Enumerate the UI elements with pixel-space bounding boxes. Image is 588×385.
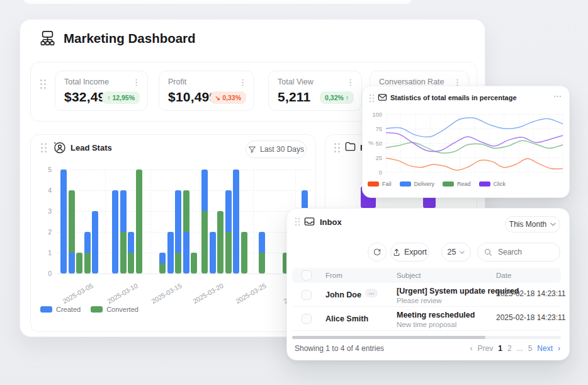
legend-label: Click [494,181,506,187]
last-30-days-filter-button[interactable]: Last 30 Days [246,141,307,158]
gridline [253,170,254,273]
row-menu-button[interactable]: ... [365,289,378,297]
card-menu-icon[interactable]: ⋯ [553,91,562,101]
x-axis-line [57,273,311,274]
table-row[interactable]: Alice Smith Meeting rescheduled New time… [287,307,570,331]
filter-funnel-icon [248,146,256,154]
gridline [200,170,200,273]
bar-segment-converted [120,232,127,273]
email-stats-title: Statistics of total emails in percentage [390,94,517,101]
inbox-icon [303,215,315,227]
row-date: 2025-02-18 14:23:11 [496,289,566,298]
table-row[interactable]: John Doe ... [Urgent] System update requ… [287,283,570,307]
page-size-value: 25 [448,248,456,256]
kebab-menu-icon[interactable]: ⋮ [239,78,247,86]
bar-segment-converted [69,190,75,253]
scrollbar-thumb[interactable] [292,336,485,339]
line-delivery [386,118,563,137]
bar-segment-created [225,190,232,232]
stat-trend-badge: ↘ 0,33% [210,91,247,104]
period-dropdown[interactable]: This Month [505,216,560,233]
drag-handle-icon[interactable] [334,142,341,153]
bar-segment-converted [191,253,197,273]
email-y-axis-label: % [368,139,373,146]
legend-label: Read [457,181,471,187]
legend-label: Created [56,306,81,313]
y-tick-label: 0 [39,270,52,277]
y-tick-label: 100 [367,111,382,118]
x-tick-label: 2025-03-25 [234,282,268,305]
y-tick-label: 3 [39,207,52,215]
legend-chip-created [40,306,52,313]
y-tick-label: 1 [39,249,52,256]
legend-item-created: Created [40,306,81,313]
page-size-dropdown[interactable]: 25 [441,243,471,261]
stat-label: Profit [168,78,186,86]
bar-segment-converted [136,170,142,273]
x-tick-label: 2025-03-20 [191,282,225,305]
entries-summary: Showing 1 to 4 of 4 entries [295,344,384,353]
drag-handle-icon[interactable] [369,94,375,103]
search-box[interactable] [477,243,560,261]
inbox-card: Inbox This Month Export [286,208,570,360]
bar-segment-converted [128,253,134,273]
pagination-item[interactable]: Next [537,344,553,353]
legend-chip [479,181,490,187]
bar-segment-created [128,232,134,253]
lead-stats-title: Lead Stats [71,143,112,152]
bar-segment-converted [225,232,232,273]
bar-segment-converted [259,253,265,273]
legend-item-click: Click [479,181,506,187]
page-title: Marketing Dashboard [64,31,196,46]
column-header-date: Date [496,272,511,279]
stat-label: Conversation Rate [379,78,444,86]
stat-card-profit: Profit ⋮ $10,499 ↘ 0,33% [159,71,254,111]
pagination-item[interactable]: 1 [498,344,502,353]
legend-item-delivery: Delivery [400,181,435,187]
row-checkbox[interactable] [302,290,312,300]
select-all-checkbox[interactable] [302,270,312,280]
drag-handle-icon[interactable] [40,142,47,153]
kebab-menu-icon[interactable]: ⋮ [346,78,354,86]
legend-label: Converted [106,306,139,313]
refresh-button[interactable] [368,243,387,261]
legend-item-fail: Fail [368,181,392,187]
lead-user-icon [53,141,66,154]
legend-chip-converted [91,306,103,313]
stat-trend-badge: 0,32% ↑ [320,91,354,104]
marketing-dashboard-screen: Marketing Dashboard Total Income ⋮ $32,4… [0,0,588,385]
bar-segment-converted [159,263,166,274]
pagination-item[interactable]: 2 [507,344,512,353]
export-button[interactable]: Export [390,243,429,261]
pagination-item[interactable]: 5 [528,344,533,353]
drag-handle-icon[interactable] [40,79,47,89]
gridline [57,170,311,170]
x-tick-label: 2025-03-10 [106,282,139,305]
folder-icon [344,141,356,152]
backdrop-card [23,0,413,4]
bar-segment-created [175,190,181,253]
search-input[interactable] [497,247,553,257]
row-divider [292,330,561,331]
legend-chip [368,181,379,187]
bar-segment-created [167,232,174,273]
drag-handle-icon[interactable] [295,217,300,226]
pagination-item[interactable]: ... [517,344,523,353]
kebab-menu-icon[interactable]: ⋮ [132,78,140,86]
row-subject: Meeting rescheduled [397,311,475,319]
pagination: ‹Prev12...5Next› [470,344,560,353]
pagination-item[interactable]: ‹ [470,344,473,353]
stat-card-total-view: Total View ⋮ 5,211 0,32% ↑ [268,71,362,111]
legend-label: Delivery [414,181,435,187]
period-value: This Month [509,220,546,229]
pagination-item[interactable]: › [558,344,560,353]
legend-chip [443,181,454,187]
row-checkbox[interactable] [302,314,312,324]
bar-segment-created [120,190,127,232]
envelope-icon [378,93,387,102]
column-header-subject: Subject [397,272,421,279]
line-click [386,132,563,151]
row-date: 2025-02-18 14:23:11 [496,313,566,322]
pagination-item[interactable]: Prev [478,344,494,353]
bar-segment-created [69,253,75,273]
